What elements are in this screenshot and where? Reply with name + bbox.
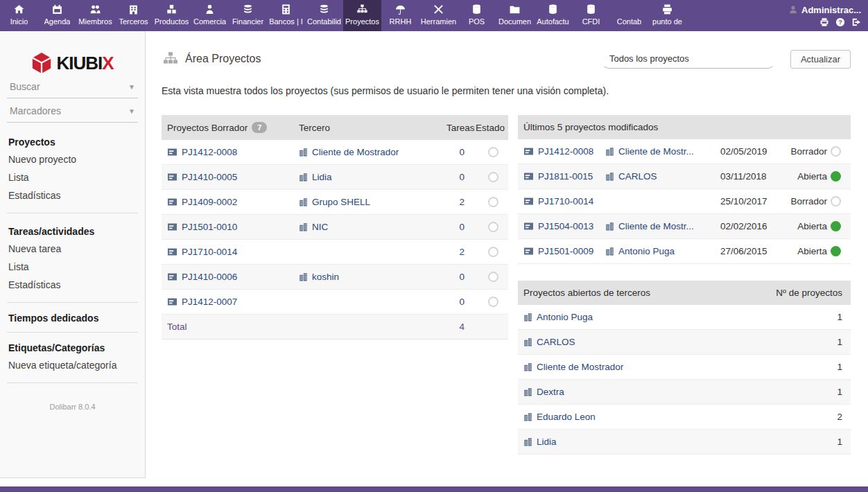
page-title: Área Proyectos xyxy=(185,53,261,65)
menu-item-herramientas[interactable]: Herramien xyxy=(419,0,458,31)
table-row: PJ1410-0005 Lidia 0 xyxy=(162,165,508,190)
sidebar-item-estadisticas-proyectos[interactable]: Estadísticas xyxy=(8,186,145,204)
company-icon xyxy=(299,173,308,182)
sidebar-item-nueva-etiqueta[interactable]: Nueva etiqueta/categoría xyxy=(8,356,145,374)
status-label: Borrador xyxy=(790,196,827,207)
company-icon xyxy=(523,362,532,371)
refresh-button[interactable]: Actualizar xyxy=(790,50,851,69)
menu-label: Contab xyxy=(617,17,641,26)
logout-icon[interactable] xyxy=(851,17,861,27)
project-ref-link[interactable]: PJ1504-0013 xyxy=(538,221,593,231)
project-count: 2 xyxy=(761,405,851,430)
menu-item-rrhh[interactable]: RRHH xyxy=(381,0,419,31)
thirdparty-link[interactable]: Dextra xyxy=(537,387,564,397)
menu-item-contab[interactable]: Contab xyxy=(610,0,648,31)
tasks-count-link[interactable]: 0 xyxy=(459,297,465,307)
thirdparty-link[interactable]: CARLOS xyxy=(537,337,575,347)
thirdparty-link[interactable]: Cliente de Mostr... xyxy=(618,221,694,231)
menu-item-productos[interactable]: Productos xyxy=(153,0,191,31)
divider xyxy=(7,213,138,213)
thirdparty-link[interactable]: koshin xyxy=(312,272,339,282)
thirdparty-link[interactable]: Cliente de Mostrador xyxy=(537,362,623,372)
project-ref-link[interactable]: PJ1501-0009 xyxy=(538,246,593,256)
menu-item-cfdi[interactable]: CFDI xyxy=(572,0,610,31)
right-column: Últimos 5 proyectos modificados PJ1412-0… xyxy=(518,115,851,455)
tasks-count-link[interactable]: 2 xyxy=(459,247,465,257)
thirdparty-link[interactable]: Cliente de Mostrador xyxy=(312,147,399,157)
modified-date: 25/10/2017 xyxy=(715,189,784,214)
sidebar-item-tiempos-dedicados[interactable]: Tiempos dedicados xyxy=(8,308,145,326)
thirdparty-link[interactable]: Grupo SHELL xyxy=(312,197,370,207)
table-header-row: Proyectos abiertos de terceros Nº de pro… xyxy=(518,281,851,305)
menu-item-autofactura[interactable]: Autofactu xyxy=(534,0,572,31)
thirdparty-link[interactable]: Cliente de Mostr... xyxy=(618,146,694,157)
project-ref-link[interactable]: PJ1501-0010 xyxy=(182,222,237,232)
menu-item-proyectos[interactable]: Proyectos xyxy=(343,0,381,31)
project-ref-link[interactable]: PJ1410-0006 xyxy=(182,272,237,282)
tasks-count-link[interactable]: 0 xyxy=(459,172,465,182)
project-ref-link[interactable]: PJ1412-0007 xyxy=(182,297,237,307)
thirdparty-link[interactable]: NIC xyxy=(312,222,328,232)
menu-item-terceros[interactable]: Terceros xyxy=(114,0,153,31)
project-icon xyxy=(167,148,177,157)
project-filter-select[interactable]: Todos los proyectos xyxy=(602,49,775,69)
user-menu[interactable]: Administrac... xyxy=(788,5,861,15)
menu-item-punto-de-venta[interactable]: punto de xyxy=(648,0,686,31)
print-icon[interactable] xyxy=(819,17,829,27)
col-num-proyectos: Nº de proyectos xyxy=(761,281,851,305)
thirdparty-link[interactable]: Antonio Puga xyxy=(537,312,593,322)
project-ref-link[interactable]: PJ1412-0008 xyxy=(182,147,237,157)
project-ref-link[interactable]: PJ1410-0005 xyxy=(182,172,237,182)
tasks-count-link[interactable]: 0 xyxy=(459,272,465,282)
menu-item-financiera[interactable]: Financier xyxy=(229,0,267,31)
company-icon xyxy=(605,172,614,181)
menu-label: Comercia xyxy=(193,17,226,26)
project-count: 1 xyxy=(761,430,851,455)
help-icon[interactable] xyxy=(835,17,845,27)
thirdparty-link[interactable]: CARLOS xyxy=(618,171,657,182)
menu-label: Herramien xyxy=(421,17,456,26)
thirdparty-link[interactable]: Lidia xyxy=(537,437,557,447)
menu-item-bancos[interactable]: Bancos | I xyxy=(267,0,305,31)
table-row: PJ1710-0014 25/10/2017 Borrador xyxy=(518,189,851,214)
menu-item-documentos[interactable]: Documen xyxy=(496,0,534,31)
tasks-count-link[interactable]: 0 xyxy=(459,147,465,157)
database-icon xyxy=(471,3,483,15)
project-ref-link[interactable]: PJ1412-0008 xyxy=(538,146,593,157)
sidebar-item-estadisticas-tareas[interactable]: Estadísticas xyxy=(8,276,145,294)
sidebar-item-lista-proyectos[interactable]: Lista xyxy=(8,168,145,186)
search-dropdown[interactable]: Buscar ▼ xyxy=(7,74,138,98)
bookmarks-dropdown[interactable]: Marcadores ▼ xyxy=(7,98,138,123)
table-row: PJ1501-0009 Antonio Puga 27/06/2015 Abie… xyxy=(518,239,851,264)
thirdparty-link[interactable]: Antonio Puga xyxy=(618,246,675,256)
sidebar-item-nueva-tarea[interactable]: Nueva tarea xyxy=(8,240,145,258)
status-draft-icon xyxy=(831,196,841,207)
menu-item-inicio[interactable]: Inicio xyxy=(0,0,38,31)
recent-projects-table: Últimos 5 proyectos modificados PJ1412-0… xyxy=(518,115,851,264)
thirdparty-link[interactable]: Lidia xyxy=(312,172,332,182)
table-row: PJ1412-0008 Cliente de Mostr... 02/05/20… xyxy=(518,139,851,164)
project-ref-link[interactable]: PJ1409-0002 xyxy=(182,197,237,207)
menu-item-contabilidad[interactable]: Contabilid xyxy=(305,0,343,31)
modified-date: 27/06/2015 xyxy=(715,239,784,264)
project-count: 1 xyxy=(761,355,851,380)
main-content: Área Proyectos Todos los proyectos Actua… xyxy=(146,31,868,492)
menu-label: Proyectos xyxy=(345,17,379,26)
project-ref-link[interactable]: PJ1811-0015 xyxy=(538,171,593,182)
chevron-down-icon: ▼ xyxy=(128,107,135,115)
menu-item-miembros[interactable]: Miembros xyxy=(76,0,114,31)
menu-item-comercial[interactable]: Comercia xyxy=(191,0,229,31)
table-row: Dextra 1 xyxy=(518,380,851,405)
tasks-count-link[interactable]: 0 xyxy=(459,222,465,232)
building-icon xyxy=(128,3,139,15)
sidebar-item-nuevo-proyecto[interactable]: Nuevo proyecto xyxy=(8,150,145,168)
tasks-count-link[interactable]: 2 xyxy=(459,197,465,207)
status-draft-icon xyxy=(831,146,841,157)
sidebar-item-lista-tareas[interactable]: Lista xyxy=(8,258,145,276)
menu-item-agenda[interactable]: Agenda xyxy=(38,0,76,31)
divider xyxy=(7,383,138,383)
project-ref-link[interactable]: PJ1710-0014 xyxy=(538,196,593,207)
project-ref-link[interactable]: PJ1710-0014 xyxy=(182,247,237,257)
menu-item-pos[interactable]: POS xyxy=(458,0,496,31)
thirdparty-link[interactable]: Eduardo Leon xyxy=(537,412,596,422)
